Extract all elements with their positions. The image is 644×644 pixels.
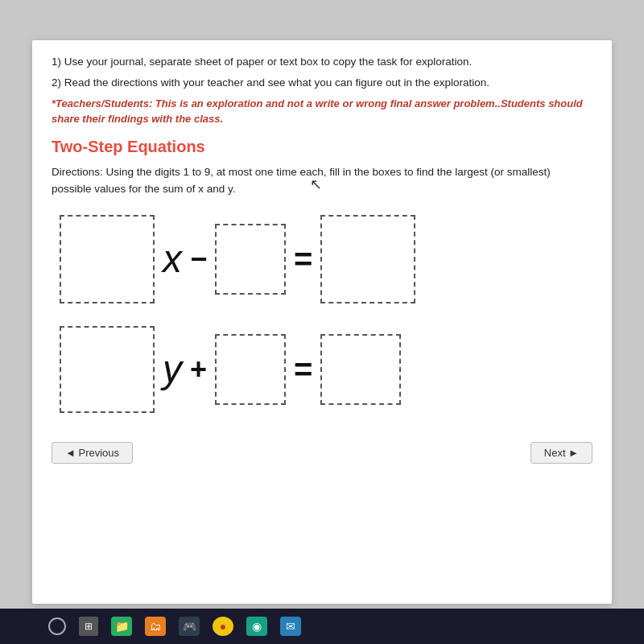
taskbar-search-circle[interactable] <box>48 617 66 635</box>
eq1-operator1: − <box>190 242 207 276</box>
eq1-box1[interactable] <box>60 215 155 303</box>
eq1-box3[interactable] <box>320 215 415 303</box>
equation-2-row: y + = <box>60 326 592 413</box>
instruction-2: 2) Read the directions with your teacher… <box>52 76 592 91</box>
previous-button[interactable]: ◄ Previous <box>52 442 133 464</box>
eq2-box3[interactable] <box>320 334 401 405</box>
taskbar-game-icon[interactable]: 🎮 <box>179 617 200 636</box>
instruction-1: 1) Use your journal, separate sheet of p… <box>52 55 592 70</box>
eq2-variable: y <box>163 350 182 389</box>
main-content: 1) Use your journal, separate sheet of p… <box>32 40 612 604</box>
navigation-bar: ◄ Previous Next ► <box>52 442 592 464</box>
taskbar-chrome-icon[interactable]: ● <box>213 617 233 636</box>
section-title: Two-Step Equations <box>52 138 592 156</box>
taskbar: ⊞ 📁 🗂 🎮 ● ◉ ✉ <box>0 609 644 644</box>
equation-1-row: x − = <box>60 215 592 303</box>
eq2-operator1: + <box>190 353 207 386</box>
eq1-equals: = <box>294 243 312 275</box>
eq1-variable: x <box>163 240 182 279</box>
taskbar-folder-icon[interactable]: 🗂 <box>145 617 166 636</box>
eq2-box2[interactable] <box>215 334 286 405</box>
directions-text: Directions: Using the digits 1 to 9, at … <box>52 164 592 197</box>
taskbar-teal-icon[interactable]: ◉ <box>246 617 267 636</box>
equations-area: x − = y + = <box>52 215 592 413</box>
taskbar-grid-icon[interactable]: ⊞ <box>79 617 98 636</box>
taskbar-mail-icon[interactable]: ✉ <box>280 617 301 636</box>
eq1-box2[interactable] <box>215 224 286 295</box>
eq2-equals: = <box>294 353 312 386</box>
next-button[interactable]: Next ► <box>530 442 592 464</box>
teacher-note-prefix: *Teachers/Students: <box>52 97 155 109</box>
teacher-note: *Teachers/Students: This is an explorati… <box>52 97 592 127</box>
taskbar-files-icon[interactable]: 📁 <box>111 617 132 636</box>
eq2-box1[interactable] <box>60 326 155 413</box>
